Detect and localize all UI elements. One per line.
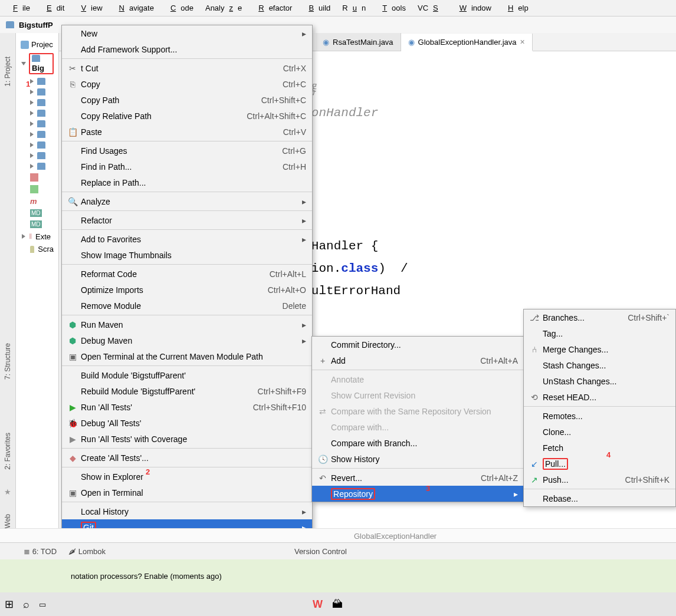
mi-push[interactable]: ↗Push...Ctrl+Shift+K	[524, 472, 675, 487]
tool-todo[interactable]: ≣ 6: TOD	[24, 547, 57, 556]
mi-branches[interactable]: ⎇Branches...Ctrl+Shift+`	[524, 309, 675, 325]
mi-merge[interactable]: ⑃Merge Changes...	[524, 341, 675, 357]
mi-open-terminal[interactable]: ▣Open in Terminal	[62, 485, 312, 500]
copy-icon: ⎘	[67, 80, 78, 89]
menu-build[interactable]: Build	[299, 2, 335, 14]
mi-show-explorer[interactable]: Show in Explorer	[62, 469, 312, 485]
mi-reset-head[interactable]: ⟲Reset HEAD...	[524, 389, 675, 405]
mi-build-module[interactable]: Build Module 'BigstuffParent'	[62, 367, 312, 383]
search-icon[interactable]: ⌕	[23, 598, 29, 611]
mi-stash[interactable]: Stash Changes...	[524, 357, 675, 373]
tool-lombok[interactable]: 🌶 Lombok	[68, 547, 106, 556]
start-icon[interactable]: ⊞	[5, 598, 14, 611]
menu-edit[interactable]: Edit	[37, 2, 69, 14]
tool-project[interactable]: 1: Project	[4, 57, 12, 87]
app-icon[interactable]: 🏔	[332, 598, 343, 611]
menu-help[interactable]: Help	[498, 2, 533, 14]
mi-debug-all[interactable]: 🐞Debug 'All Tests'	[62, 415, 312, 431]
menu-code[interactable]: Code	[161, 2, 198, 14]
tool-structure[interactable]: 7: Structure	[4, 343, 12, 380]
mi-show-thumbnails[interactable]: Show Image Thumbnails	[62, 247, 312, 263]
mi-commit-dir[interactable]: Commit Directory...	[312, 337, 524, 353]
mi-new[interactable]: New▸	[62, 25, 312, 41]
app-icon[interactable]: W	[313, 598, 323, 611]
merge-icon: ⑃	[529, 345, 540, 354]
java-icon: ◉	[323, 38, 329, 47]
left-toolbar: 1: Project 7: Structure 2: Favorites ★ W…	[0, 33, 16, 581]
mi-refactor[interactable]: Refactor▸	[62, 212, 312, 228]
mi-copy-relative[interactable]: Copy Relative PathCtrl+Alt+Shift+C	[62, 108, 312, 124]
annotation-4: 4	[606, 450, 611, 459]
menu-file[interactable]: File	[4, 2, 35, 14]
tool-favorites[interactable]: 2: Favorites	[4, 433, 12, 470]
taskview-icon[interactable]: ▭	[39, 600, 46, 609]
mi-show-current-rev: Show Current Revision	[312, 387, 524, 403]
bottom-toolbar: ≣ 6: TOD 🌶 Lombok Version Control	[0, 542, 676, 559]
mi-clone[interactable]: Clone...	[524, 424, 675, 440]
mi-debug-maven[interactable]: ⬢Debug Maven▸	[62, 332, 312, 348]
mi-pull[interactable]: ↙Pull...	[524, 456, 675, 472]
status-message[interactable]: notation processors? Enable (moments ago…	[71, 572, 222, 581]
mi-revert[interactable]: ↶Revert...Ctrl+Alt+Z	[312, 470, 524, 486]
crumb-project[interactable]: BigstuffP	[19, 21, 53, 29]
mi-optimize-imports[interactable]: Optimize ImportsCtrl+Alt+O	[62, 282, 312, 298]
mi-add-framework[interactable]: Add Framework Support...	[62, 41, 312, 57]
history-icon: 🕓	[317, 454, 329, 464]
breadcrumb-editor: GlobalExceptionHandler	[0, 528, 676, 543]
mi-copy[interactable]: ⎘CopyCtrl+C	[62, 76, 312, 92]
mi-run-all[interactable]: ▶Run 'All Tests'Ctrl+Shift+F10	[62, 399, 312, 415]
mi-add-favorites[interactable]: Add to Favorites▸	[62, 231, 312, 247]
mi-paste[interactable]: 📋PasteCtrl+V	[62, 124, 312, 140]
mi-cut[interactable]: ✂t CutCutCtrl+X	[62, 60, 312, 76]
mi-copy-path[interactable]: Copy PathCtrl+Shift+C	[62, 92, 312, 108]
menu-refactor[interactable]: Refactor	[249, 2, 297, 14]
mi-remotes[interactable]: Remotes...	[524, 408, 675, 424]
menu-analyze[interactable]: Analyze	[201, 2, 247, 14]
compare-icon: ⇄	[317, 407, 329, 416]
run-icon: ▶	[67, 403, 78, 412]
mi-reformat[interactable]: Reformat CodeCtrl+Alt+L	[62, 266, 312, 282]
mi-annotate: Annotate	[312, 371, 524, 387]
mi-run-maven[interactable]: ⬢Run Maven▸	[62, 317, 312, 332]
mi-open-terminal-maven[interactable]: ▣Open Terminal at the Current Maven Modu…	[62, 348, 312, 364]
close-icon[interactable]: ×	[520, 37, 525, 47]
mi-local-history[interactable]: Local History▸	[62, 503, 312, 519]
maven-icon: ⬢	[67, 320, 78, 330]
mi-compare-with-dots: Compare with...	[312, 419, 524, 435]
menu-window[interactable]: Window	[450, 2, 496, 14]
mi-unstash[interactable]: UnStash Changes...	[524, 373, 675, 389]
mi-replace-in-path[interactable]: Replace in Path...	[62, 174, 312, 190]
menu-navigate[interactable]: Navigate	[110, 2, 159, 14]
mi-repository[interactable]: Repository▸	[312, 486, 524, 502]
mi-add[interactable]: +AddCtrl+Alt+A	[312, 353, 524, 368]
tab-rsatest[interactable]: ◉ RsaTestMain.java	[316, 33, 401, 51]
mi-rebuild-module[interactable]: Rebuild Module 'BigstuffParent'Ctrl+Shif…	[62, 383, 312, 399]
mi-compare-branch[interactable]: Compare with Branch...	[312, 435, 524, 451]
folder-icon	[6, 21, 14, 28]
mi-create-tests[interactable]: ◆Create 'All Tests'...	[62, 450, 312, 466]
mi-tag[interactable]: Tag...	[524, 325, 675, 341]
revert-icon: ↶	[317, 473, 329, 483]
tab-globalexception[interactable]: ◉ GlobalExceptionHandler.java ×	[401, 34, 533, 51]
project-root-selected[interactable]: Big	[29, 53, 54, 74]
mi-find-in-path[interactable]: Find in Path...Ctrl+H	[62, 159, 312, 174]
mi-rebase[interactable]: Rebase...	[524, 490, 675, 506]
project-header[interactable]: Projec	[16, 38, 58, 51]
terminal-icon: ▣	[67, 352, 78, 361]
status-version-control: Version Control	[294, 547, 347, 556]
java-icon: ◉	[408, 38, 415, 47]
mi-run-coverage[interactable]: ▶Run 'All Tests' with Coverage	[62, 431, 312, 447]
mi-find-usages[interactable]: Find UsagesCtrl+G	[62, 143, 312, 159]
menu-vcs[interactable]: VCS	[413, 2, 448, 14]
menu-run[interactable]: Run	[337, 2, 370, 14]
project-panel: Projec Big m MD MD ⦀ Exte Scra	[16, 33, 59, 581]
mi-show-history[interactable]: 🕓Show History	[312, 451, 524, 467]
menu-view[interactable]: View	[71, 2, 107, 14]
menu-tools[interactable]: Tools	[373, 2, 411, 14]
mi-remove-module[interactable]: Remove ModuleDelete	[62, 298, 312, 314]
pull-icon: ↙	[529, 459, 540, 469]
tool-web[interactable]: Web	[4, 514, 12, 528]
mi-analyze[interactable]: 🔍Analyze▸	[62, 193, 312, 209]
mi-fetch[interactable]: Fetch	[524, 440, 675, 456]
status-bar: notation processors? Enable (moments ago…	[0, 559, 676, 592]
